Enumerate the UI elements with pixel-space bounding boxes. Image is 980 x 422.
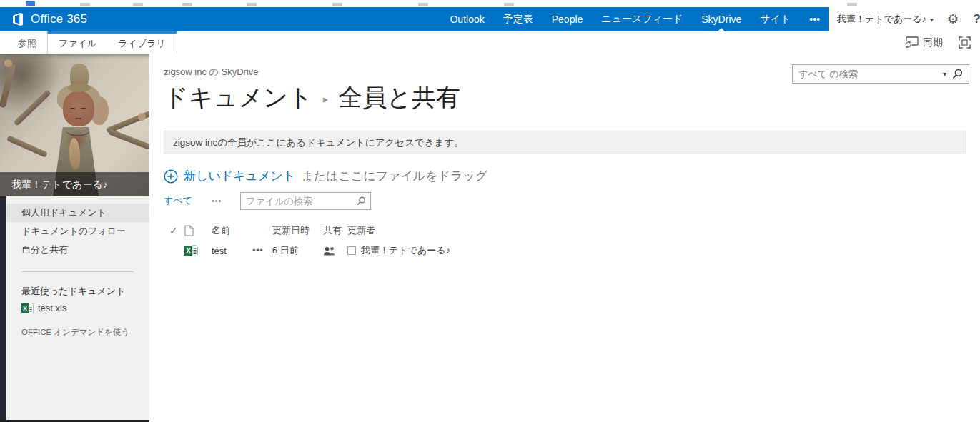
statue-face <box>63 91 94 126</box>
search-submit-button[interactable] <box>951 69 969 79</box>
presence-indicator <box>347 246 356 255</box>
nav-item-skydrive[interactable]: SkyDrive <box>692 7 751 31</box>
browser-bookmark-stub <box>80 3 90 6</box>
file-search-input[interactable] <box>241 196 352 206</box>
browser-bookmark-stub <box>418 3 428 6</box>
row-modified-date: 6 日前 <box>267 244 319 257</box>
office-on-demand-link[interactable]: OFFICE オンデマンドを使う <box>6 327 149 338</box>
chevron-down-icon[interactable]: ▾ <box>930 16 934 24</box>
nav-item-people[interactable]: People <box>543 7 593 31</box>
office365-skydrive-page: Office 365 Outlook 予定表 People ニュースフィード S… <box>0 0 980 422</box>
statue-arm-lower-right <box>108 129 149 150</box>
documents-table: ✓ 名前 更新日時 共有 更新者 <box>164 221 980 261</box>
document-icon <box>184 225 194 236</box>
statue-hand-right <box>138 113 146 121</box>
excel-icon: X <box>21 303 34 313</box>
statue-eye <box>70 108 75 109</box>
office-365-logo-icon <box>10 12 24 26</box>
excel-icon: X <box>184 245 198 256</box>
user-menu-area: 我輩！テトであーる♪ ▾ ⚙ ? <box>829 7 980 31</box>
recent-file-label: test.xls <box>38 303 66 313</box>
new-document-link[interactable]: 新しいドキュメントまたはここにファイルをドラッグ <box>164 168 980 184</box>
drag-files-hint: またはここにファイルをドラッグ <box>301 168 487 184</box>
author-name-link[interactable]: 我輩！テトであーる♪ <box>361 244 450 257</box>
title-shared-with-everyone: 全員と共有 <box>338 81 460 114</box>
nav-item-outlook[interactable]: Outlook <box>440 7 493 31</box>
page-title: ドキュメント ▸ 全員と共有 <box>164 81 980 114</box>
title-documents-link[interactable]: ドキュメント <box>164 81 313 114</box>
people-icon <box>323 246 336 256</box>
scope-search-input[interactable] <box>793 68 939 80</box>
gear-icon[interactable]: ⚙ <box>947 13 959 26</box>
view-more-button[interactable]: ••• <box>212 196 222 205</box>
breadcrumb-arrow-icon: ▸ <box>323 93 329 106</box>
nav-more-button[interactable]: ••• <box>800 7 829 31</box>
circled-plus-icon <box>164 169 178 184</box>
sidebar: 個人用ドキュメント ドキュメントのフォロー 自分と共有 最近使ったドキュメント … <box>6 196 149 422</box>
user-menu-button[interactable]: 我輩！テトであーる♪ <box>829 13 926 26</box>
sync-label: 同期 <box>923 36 943 49</box>
sidebar-item-personal-documents[interactable]: 個人用ドキュメント <box>6 204 149 222</box>
sidebar-item-shared-with-me[interactable]: 自分と共有 <box>6 241 149 259</box>
office365-brand-link[interactable]: Office 365 <box>0 12 87 26</box>
table-header-row: ✓ 名前 更新日時 共有 更新者 <box>164 221 980 240</box>
help-button[interactable]: ? <box>973 12 980 26</box>
row-sharing-button[interactable] <box>319 246 343 256</box>
sidebar-dark-edge <box>0 196 6 422</box>
access-notice-banner: zigsow incの全員がここにあるドキュメントにアクセスできます。 <box>164 131 966 154</box>
search-scope-dropdown[interactable]: ▾ <box>939 70 951 78</box>
magnifier-icon <box>952 69 963 79</box>
file-name-link[interactable]: test <box>207 246 249 256</box>
browser-bookmark-stub <box>504 3 514 6</box>
browser-bookmark-stub <box>332 3 342 6</box>
statue-eye <box>81 108 86 109</box>
statue-hand-left <box>4 59 12 67</box>
browser-bookmark-stub <box>26 1 35 6</box>
sort-by-type-button[interactable] <box>184 225 207 236</box>
nav-item-sites[interactable]: サイト <box>751 7 800 31</box>
suite-nav: Outlook 予定表 People ニュースフィード SkyDrive サイト… <box>440 7 829 31</box>
browser-bookmark-stub <box>133 3 143 6</box>
nav-item-newsfeed[interactable]: ニュースフィード <box>592 7 692 31</box>
ribbon-right-actions: 同期 <box>904 31 971 54</box>
magnifier-icon <box>357 196 366 206</box>
tab-library[interactable]: ライブラリ <box>118 37 166 50</box>
file-search-submit[interactable] <box>352 196 370 206</box>
ribbon-bar: 参照 ファイル ライブラリ 同期 <box>0 31 980 54</box>
recent-file-link[interactable]: X test.xls <box>6 303 149 313</box>
view-all-tab[interactable]: すべて <box>164 194 192 207</box>
sidebar-item-followed-documents[interactable]: ドキュメントのフォロー <box>6 222 149 241</box>
tab-files[interactable]: ファイル <box>59 37 96 50</box>
row-author-cell: 我輩！テトであーる♪ <box>343 244 450 257</box>
sync-button[interactable]: 同期 <box>904 36 943 49</box>
new-document-label: 新しいドキュメント <box>184 168 295 184</box>
column-header-sharing[interactable]: 共有 <box>319 224 343 237</box>
focus-mode-button[interactable] <box>959 36 971 49</box>
suite-bar: Office 365 Outlook 予定表 People ニュースフィード S… <box>0 7 829 31</box>
column-header-modified[interactable]: 更新日時 <box>267 224 319 237</box>
statue-topknot-base <box>68 84 91 92</box>
view-selector-row: すべて ••• <box>164 191 980 210</box>
browser-bookmark-stub <box>847 3 857 6</box>
column-header-name[interactable]: 名前 <box>207 224 249 237</box>
browser-bookmark-stub <box>247 3 257 6</box>
scope-search-box: ▾ <box>792 64 969 84</box>
sync-icon <box>904 36 919 49</box>
row-file-type-cell[interactable]: X <box>184 245 207 256</box>
main-content: ▾ zigsow inc の SkyDrive ドキュメント ▸ 全員と共有 z… <box>149 54 980 422</box>
nav-item-calendar[interactable]: 予定表 <box>494 7 543 31</box>
brand-label: Office 365 <box>31 12 87 26</box>
photo-top-shadow <box>0 54 149 59</box>
sidebar-divider <box>21 271 134 272</box>
select-all-checkmark[interactable]: ✓ <box>164 225 184 236</box>
svg-text:X: X <box>23 305 27 312</box>
browser-bookmark-stub <box>182 3 192 6</box>
column-header-author[interactable]: 更新者 <box>343 224 375 237</box>
table-body: X test ••• 6 日前 <box>164 240 980 261</box>
table-row: X test ••• 6 日前 <box>164 240 980 261</box>
statue-mouth <box>75 118 81 119</box>
tab-browse[interactable]: 参照 <box>18 37 36 50</box>
profile-photo: 我輩！テトであーる♪ <box>0 54 149 196</box>
row-menu-button[interactable]: ••• <box>249 246 267 256</box>
file-search-box <box>240 192 371 210</box>
